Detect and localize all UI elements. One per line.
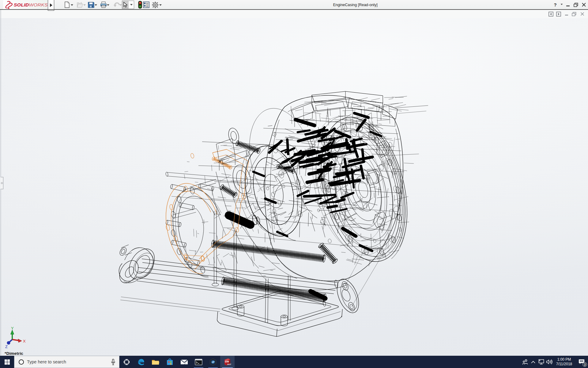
graphics-viewport[interactable]: Y X Z *Dimetric [0, 18, 588, 356]
feature-tree-collapsed-tab[interactable] [1, 177, 3, 189]
titlebar-divider [0, 9, 588, 10]
people-tray-icon[interactable] [521, 356, 529, 368]
orientation-triad: Y X Z [4, 325, 29, 352]
doc-restore-button[interactable] [571, 11, 577, 17]
task-view-icon [123, 359, 130, 365]
chevron-up-icon [531, 361, 535, 363]
close-button[interactable] [581, 0, 587, 10]
solidworks-taskbar-button[interactable]: SW 2017 [220, 356, 235, 368]
visualize-hexagon-icon [209, 358, 217, 366]
tray-chevron-icon[interactable] [529, 356, 537, 368]
help-button[interactable]: ? [552, 0, 558, 10]
view-orientation-label: *Dimetric [5, 351, 23, 356]
taskbar-clock[interactable]: 1:00 PM 7/11/2018 [553, 356, 575, 368]
undo-icon [113, 2, 120, 8]
panel-tab-dot-icon [1, 182, 3, 184]
solidworks-app-icon: SW 2017 [223, 358, 232, 366]
volume-icon [546, 359, 552, 365]
new-document-icon [64, 2, 70, 8]
undo-caret[interactable] [119, 4, 122, 6]
restore-icon [574, 3, 578, 7]
previous-window-icon [548, 12, 553, 17]
solidworks-logo[interactable]: SOLIDWORKS [3, 0, 48, 10]
sw-icon-text: SW [225, 360, 229, 363]
windows-logo-icon [5, 359, 10, 365]
cortana-icon [19, 359, 24, 365]
triad-x-label: X [23, 339, 26, 343]
solidworks-app: SOLIDWORKS [0, 0, 588, 368]
doc-close-button[interactable] [580, 11, 585, 17]
minimize-icon [566, 3, 570, 7]
select-cursor-icon [123, 2, 128, 8]
document-window-bar [0, 10, 588, 18]
new-document-caret[interactable] [71, 4, 73, 6]
restore-button[interactable] [572, 0, 579, 10]
people-icon [522, 359, 528, 365]
task-view-button[interactable] [119, 356, 134, 368]
open-button[interactable] [77, 1, 84, 8]
options-list-button[interactable] [143, 1, 150, 8]
window-title: EngineCasing [Read-only] [291, 0, 420, 10]
next-window-icon [556, 12, 561, 17]
taskbar-search-box[interactable]: Type here to search [14, 356, 119, 368]
doc-minimize-icon [565, 12, 569, 16]
sw-icon-year: 2017 [227, 363, 232, 365]
select-caret-arrow-icon [130, 4, 133, 6]
triad-y-label: Y [11, 326, 14, 331]
volume-tray-icon[interactable] [545, 356, 553, 368]
edge-button[interactable] [134, 356, 148, 368]
edge-icon [137, 358, 145, 366]
select-tool-button[interactable] [122, 1, 129, 9]
help-caret[interactable] [561, 3, 563, 6]
doc-minimize-button[interactable] [564, 11, 569, 17]
save-icon [88, 2, 94, 8]
triad-z-label: Z [5, 344, 8, 349]
previous-window-button[interactable] [548, 11, 553, 17]
open-caret[interactable] [83, 4, 86, 6]
select-tool-caret[interactable] [129, 1, 134, 9]
window-left-edge [1, 10, 1, 18]
save-caret[interactable] [95, 4, 97, 6]
store-button[interactable] [163, 356, 177, 368]
mail-button[interactable] [177, 356, 191, 368]
new-document-button[interactable] [63, 1, 70, 8]
start-button[interactable] [0, 356, 14, 368]
print-caret[interactable] [107, 4, 109, 6]
mail-icon [180, 359, 188, 365]
undo-button[interactable] [113, 1, 120, 8]
search-placeholder: Type here to search [27, 359, 66, 364]
settings-caret[interactable] [159, 4, 162, 6]
next-window-button[interactable] [556, 11, 561, 17]
open-icon [77, 2, 84, 8]
microphone-icon[interactable] [111, 359, 115, 366]
clock-time: 1:00 PM [557, 357, 571, 362]
notification-badge: 3 [582, 362, 587, 367]
gear-icon [152, 2, 159, 8]
command-prompt-icon [195, 359, 202, 365]
doc-restore-icon [572, 12, 576, 16]
settings-button[interactable] [152, 1, 159, 8]
taskbar: Type here to search [0, 356, 588, 368]
network-tray-icon[interactable] [537, 356, 545, 368]
command-prompt-button[interactable] [191, 356, 206, 368]
traffic-light-icon [138, 1, 142, 9]
print-icon [100, 2, 107, 8]
print-button[interactable] [100, 1, 107, 8]
titlebar: SOLIDWORKS [0, 0, 588, 10]
save-button[interactable] [88, 1, 95, 8]
network-icon [538, 359, 545, 365]
minimize-button[interactable] [565, 0, 571, 10]
brand-text: SOLIDWORKS [14, 2, 48, 7]
store-icon [166, 358, 173, 366]
clock-date: 7/11/2018 [556, 362, 572, 366]
file-explorer-button[interactable] [148, 356, 163, 368]
flyout-arrow-icon [50, 3, 52, 7]
list-panel-icon [143, 2, 149, 8]
doc-close-icon [580, 12, 584, 16]
ds-logo-icon [4, 0, 13, 9]
cad-model [0, 18, 588, 356]
action-center-button[interactable]: 3 [575, 356, 588, 368]
visualize-button[interactable] [206, 356, 220, 368]
system-tray: 1:00 PM 7/11/2018 3 [521, 356, 588, 368]
file-explorer-icon [152, 359, 159, 365]
